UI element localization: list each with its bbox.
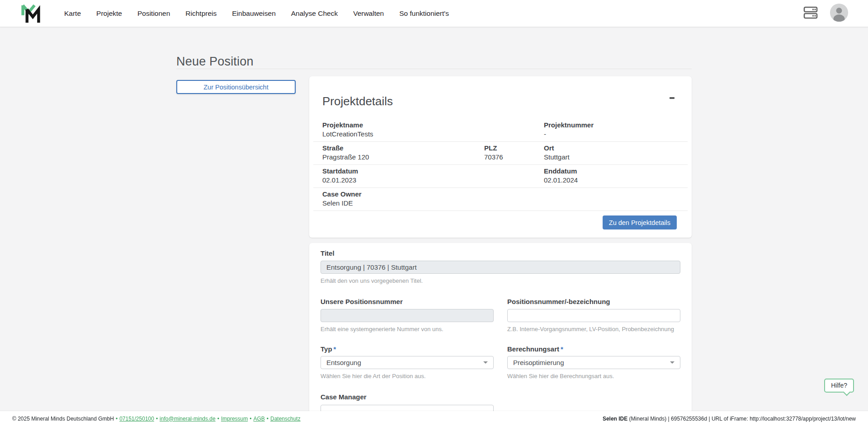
field-case-owner: Case Owner Selen IDE: [313, 190, 475, 208]
nav-item-so-funktionierts[interactable]: So funktioniert's: [399, 9, 449, 17]
left-column: Zur Positionsübersicht: [176, 76, 296, 426]
positionsnummer-help: Z.B. Interne-Vorgangsnummer, LV-Position…: [507, 326, 680, 332]
required-marker: *: [334, 345, 336, 353]
session-info: Selen IDE (Mineral Minds) | 69576255536d…: [603, 416, 856, 422]
nav-item-einbauweisen[interactable]: Einbauweisen: [232, 9, 276, 17]
project-details-card: Projektdetails Projektname LotCreationTe…: [309, 76, 692, 238]
help-button[interactable]: Hilfe?: [824, 379, 854, 393]
nav-item-karte[interactable]: Karte: [64, 9, 81, 17]
footer-link-email[interactable]: info@mineral-minds.de: [160, 416, 216, 422]
table-row: Projektname LotCreationTests Projektnumm…: [313, 119, 688, 142]
positionsnummer-field-group: Positionsnummer/-bezeichnung Z.B. Intern…: [507, 298, 680, 332]
footer-link-impressum[interactable]: Impressum: [221, 416, 248, 422]
required-marker: *: [561, 345, 563, 353]
mineral-minds-logo[interactable]: [21, 3, 41, 24]
server-icon[interactable]: [803, 6, 818, 20]
footer-link-agb[interactable]: AGB: [253, 416, 264, 422]
copyright-text: © 2025 Mineral Minds Deutschland GmbH: [12, 416, 114, 422]
table-row: Startdatum 02.01.2023 Enddatum 02.01.202…: [313, 165, 688, 188]
field-ort: Ort Stuttgart: [535, 144, 688, 162]
separator-dot: •: [267, 416, 269, 422]
nav-item-positionen[interactable]: Positionen: [137, 9, 170, 17]
nav-item-richtpreis[interactable]: Richtpreis: [185, 9, 217, 17]
case-manager-label: Case Manager: [321, 393, 367, 401]
title-divider: [176, 69, 692, 69]
footer-company-info: © 2025 Mineral Minds Deutschland GmbH•07…: [12, 416, 301, 422]
field-strasse: Straße Pragstraße 120: [313, 144, 475, 162]
session-user: Selen IDE: [603, 416, 627, 422]
typ-select-value: Entsorgung: [326, 359, 361, 366]
footer-link-phone[interactable]: 07151/250100: [119, 416, 154, 422]
user-avatar-icon[interactable]: [830, 3, 849, 23]
berechnungsart-field-group: Berechnungsart* Preisoptimierung Wählen …: [507, 345, 680, 379]
unsere-positionsnummer-help: Erhält eine systemgenerierte Nummer von …: [321, 326, 494, 332]
page-title: Neue Position: [176, 54, 692, 69]
unsere-positionsnummer-field-group: Unsere Positionsnummer Erhält eine syste…: [321, 298, 494, 332]
positionsnummer-input[interactable]: [507, 309, 680, 322]
session-details: (Mineral Minds) | 69576255536d | URL of …: [627, 416, 856, 422]
field-plz: PLZ 70376: [475, 144, 535, 162]
field-startdatum: Startdatum 02.01.2023: [313, 167, 475, 185]
main-nav: Karte Projekte Positionen Richtpreis Ein…: [64, 9, 464, 18]
typ-help: Wählen Sie hier die Art der Position aus…: [321, 373, 494, 379]
berechnungsart-label: Berechnungsart*: [507, 345, 563, 353]
footer: © 2025 Mineral Minds Deutschland GmbH•07…: [0, 411, 868, 426]
project-details-table: Projektname LotCreationTests Projektnumm…: [313, 119, 688, 211]
positionsnummer-label: Positionsnummer/-bezeichnung: [507, 298, 610, 305]
chevron-down-icon: [670, 361, 675, 364]
project-details-title: Projektdetails: [322, 94, 393, 108]
nav-item-projekte[interactable]: Projekte: [96, 9, 122, 17]
titel-help: Erhält den von uns vorgegebenen Titel.: [321, 277, 680, 284]
field-projektname: Projektname LotCreationTests: [313, 121, 475, 139]
positions-overview-button[interactable]: Zur Positionsübersicht: [176, 80, 296, 94]
berechnungsart-select[interactable]: Preisoptimierung: [507, 356, 680, 369]
collapse-button[interactable]: [670, 94, 675, 102]
separator-dot: •: [217, 416, 219, 422]
unsere-positionsnummer-input: [321, 309, 494, 322]
separator-dot: •: [156, 416, 158, 422]
field-projektnummer: Projektnummer -: [535, 121, 688, 139]
field-enddatum: Enddatum 02.01.2024: [535, 167, 688, 185]
titel-label: Titel: [321, 249, 335, 257]
nav-item-analyse-check[interactable]: Analyse Check: [291, 9, 338, 17]
titel-field-group: Titel Erhält den von uns vorgegebenen Ti…: [321, 249, 680, 284]
chevron-down-icon: [483, 361, 488, 364]
table-row: Straße Pragstraße 120 PLZ 70376 Ort Stut…: [313, 142, 688, 165]
typ-label: Typ*: [321, 345, 336, 353]
typ-field-group: Typ* Entsorgung Wählen Sie hier die Art …: [321, 345, 494, 379]
nav-item-verwalten[interactable]: Verwalten: [353, 9, 384, 17]
berechnungsart-help: Wählen Sie hier die Berechnungsart aus.: [507, 373, 680, 379]
separator-dot: •: [250, 416, 251, 422]
separator-dot: •: [116, 416, 118, 422]
main-content: Neue Position Zur Positionsübersicht Pro…: [176, 54, 692, 426]
typ-select[interactable]: Entsorgung: [321, 356, 494, 369]
footer-link-datenschutz[interactable]: Datenschutz: [270, 416, 301, 422]
unsere-positionsnummer-label: Unsere Positionsnummer: [321, 298, 403, 305]
new-position-form-card: Titel Erhält den von uns vorgegebenen Ti…: [309, 243, 692, 426]
berechnungsart-select-value: Preisoptimierung: [513, 359, 564, 366]
project-details-button[interactable]: Zu den Projektdetails: [603, 215, 677, 229]
top-navbar: Karte Projekte Positionen Richtpreis Ein…: [0, 0, 868, 27]
right-column: Projektdetails Projektname LotCreationTe…: [309, 76, 692, 426]
minus-icon: [670, 97, 675, 99]
table-row: Case Owner Selen IDE: [313, 188, 688, 211]
titel-input: [321, 261, 680, 274]
